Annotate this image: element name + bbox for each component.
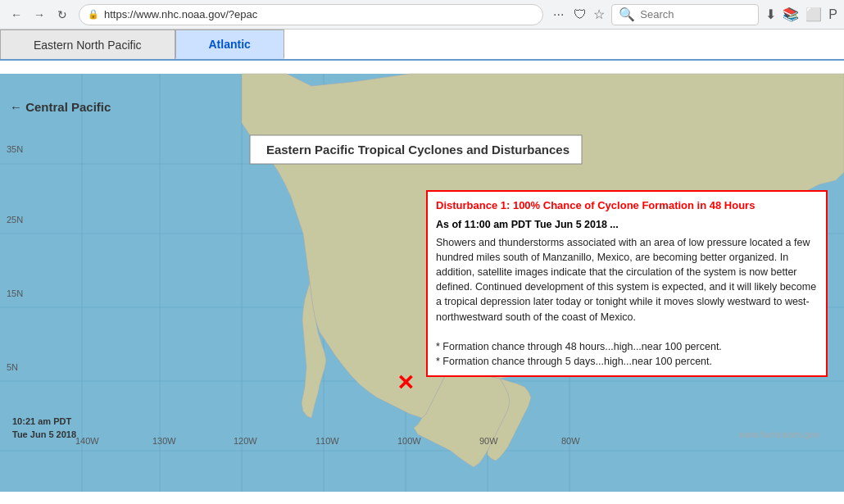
tab-navigation: Eastern North Pacific Atlantic — [0, 30, 844, 61]
lock-icon: 🔒 — [88, 9, 99, 20]
bookmarks-icon[interactable]: 📚 — [783, 7, 799, 22]
nav-buttons: ← → ↻ — [7, 5, 72, 25]
tab-atlantic[interactable]: Atlantic — [175, 30, 284, 59]
svg-text:Eastern Pacific Tropical Cyclo: Eastern Pacific Tropical Cyclones and Di… — [266, 143, 569, 157]
forward-button[interactable]: → — [29, 5, 49, 25]
star-icon[interactable]: ☆ — [593, 7, 605, 22]
map-svg: Eastern Pacific Tropical Cyclones and Di… — [0, 61, 844, 504]
map-container: Eastern Pacific Tropical Cyclones and Di… — [0, 61, 844, 504]
search-input[interactable] — [640, 8, 751, 20]
back-button[interactable]: ← — [7, 5, 26, 25]
search-bar[interactable]: 🔍 — [611, 4, 759, 25]
url-text: https://www.nhc.noaa.gov/?epac — [104, 8, 534, 20]
address-bar[interactable]: 🔒 https://www.nhc.noaa.gov/?epac — [79, 4, 543, 25]
tab-eastern-north-pacific[interactable]: Eastern North Pacific — [0, 30, 175, 59]
download-icon[interactable]: ⬇ — [765, 7, 776, 22]
page-content: Eastern North Pacific Atlantic — [0, 30, 844, 504]
tabs-icon[interactable]: ⬜ — [805, 7, 822, 22]
reload-button[interactable]: ↻ — [52, 5, 72, 25]
more-options-button[interactable]: ··· — [550, 7, 567, 22]
browser-toolbar: ← → ↻ 🔒 https://www.nhc.noaa.gov/?epac ·… — [0, 0, 844, 29]
search-icon: 🔍 — [619, 7, 635, 22]
browser-chrome: ← → ↻ 🔒 https://www.nhc.noaa.gov/?epac ·… — [0, 0, 844, 30]
bookmark-check-icon[interactable]: 🛡 — [574, 7, 587, 22]
pinterest-icon[interactable]: P — [828, 7, 837, 22]
